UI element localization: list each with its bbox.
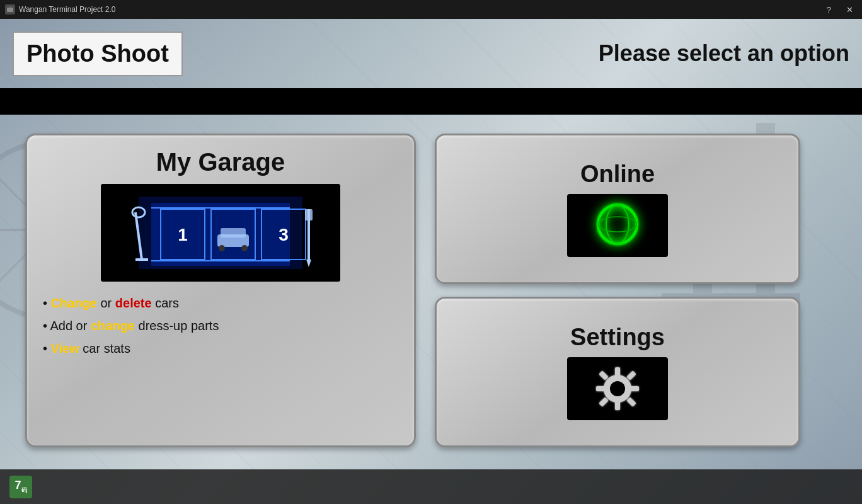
close-button[interactable]: ✕ bbox=[842, 4, 857, 16]
svg-text:1: 1 bbox=[178, 225, 188, 244]
settings-button[interactable]: Settings bbox=[435, 297, 800, 447]
svg-rect-49 bbox=[599, 370, 609, 381]
change-dress-text: change bbox=[91, 319, 135, 333]
garage-image: 1 3 bbox=[101, 184, 340, 282]
globe-svg bbox=[592, 199, 643, 249]
feature-view-stats: View car stats bbox=[43, 337, 219, 360]
online-title: Online bbox=[580, 161, 655, 188]
title-bar-left: Wangan Terminal Project 2.0 bbox=[5, 4, 115, 14]
bottom-icon-text: 7码 bbox=[14, 479, 26, 495]
title-bar-controls: ? ✕ bbox=[823, 4, 857, 16]
garage-features: Change or delete cars Add or change dres… bbox=[43, 292, 219, 360]
svg-text:3: 3 bbox=[279, 225, 289, 244]
svg-rect-45 bbox=[615, 367, 620, 376]
title-bar: Wangan Terminal Project 2.0 ? ✕ bbox=[0, 0, 862, 19]
dress-up-text: dress-up parts bbox=[139, 319, 219, 333]
my-garage-button[interactable]: My Garage 1 3 bbox=[25, 134, 416, 447]
garage-illustration: 1 3 bbox=[101, 184, 340, 282]
help-button[interactable]: ? bbox=[823, 4, 835, 16]
bottom-icon: 7码 bbox=[9, 476, 32, 498]
app-icon bbox=[5, 4, 15, 14]
right-panel: Online bbox=[435, 134, 800, 447]
photo-shoot-box: Photo Shoot bbox=[13, 32, 183, 76]
cars-text: cars bbox=[155, 296, 179, 310]
car-stats-text: car stats bbox=[83, 341, 130, 355]
svg-rect-46 bbox=[615, 401, 620, 410]
change-text: Change bbox=[51, 296, 97, 310]
garage-title: My Garage bbox=[43, 148, 398, 176]
svg-rect-25 bbox=[221, 228, 246, 238]
svg-rect-32 bbox=[305, 209, 313, 220]
bottom-bar: 7码 bbox=[0, 469, 862, 504]
svg-point-26 bbox=[219, 245, 225, 251]
globe-icon bbox=[592, 199, 643, 252]
feature-dress-up: Add or change dress-up parts bbox=[43, 314, 219, 337]
svg-rect-47 bbox=[596, 386, 605, 391]
or-text: or bbox=[100, 296, 115, 310]
select-option-text: Please select an option bbox=[599, 40, 849, 67]
svg-rect-48 bbox=[630, 386, 639, 391]
header: Photo Shoot Please select an option bbox=[0, 19, 862, 88]
settings-icon-container bbox=[567, 357, 668, 420]
gear-icon bbox=[592, 364, 643, 414]
online-icon-container bbox=[567, 194, 668, 257]
svg-point-27 bbox=[241, 245, 248, 251]
svg-rect-52 bbox=[626, 397, 636, 407]
svg-point-54 bbox=[610, 381, 625, 396]
online-button[interactable]: Online bbox=[435, 134, 800, 284]
svg-rect-1 bbox=[9, 6, 11, 8]
add-or-text: Add or bbox=[50, 319, 90, 333]
svg-rect-50 bbox=[626, 370, 636, 381]
photo-shoot-title: Photo Shoot bbox=[26, 40, 169, 67]
view-text: View bbox=[51, 341, 79, 355]
feature-change-delete: Change or delete cars bbox=[43, 292, 219, 314]
main-content: My Garage 1 3 bbox=[0, 115, 862, 466]
ticker-bar: The new wangan terminal version (1.6) is… bbox=[0, 88, 862, 115]
svg-rect-51 bbox=[599, 397, 609, 407]
svg-rect-0 bbox=[7, 8, 13, 12]
ticker-text: The new wangan terminal version (1.6) is… bbox=[0, 95, 862, 108]
window-title: Wangan Terminal Project 2.0 bbox=[19, 5, 115, 14]
settings-title: Settings bbox=[570, 324, 665, 351]
delete-text: delete bbox=[115, 296, 152, 310]
